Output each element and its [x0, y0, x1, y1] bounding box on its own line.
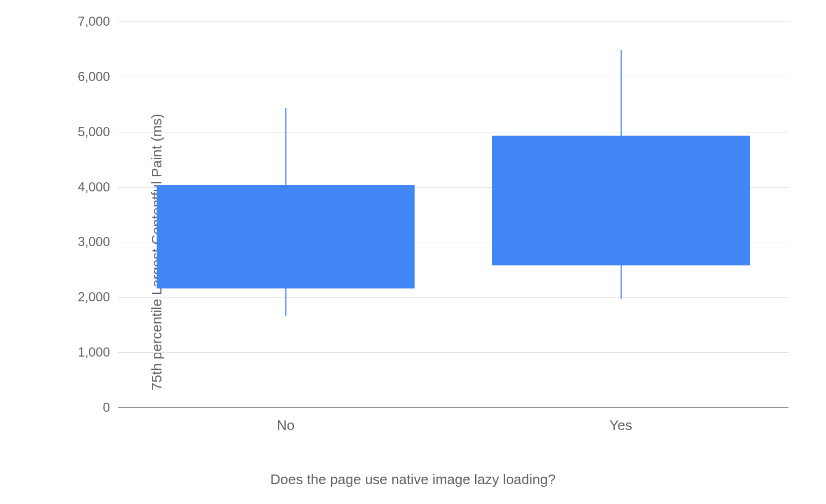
grid-line — [118, 77, 788, 77]
whisker-upper — [285, 108, 286, 185]
grid-line — [118, 352, 788, 353]
y-tick-label: 3,000 — [78, 234, 110, 249]
x-axis-label: Does the page use native image lazy load… — [270, 471, 556, 488]
y-tick-label: 6,000 — [78, 69, 110, 84]
grid-line — [118, 132, 788, 132]
y-tick-label: 1,000 — [78, 345, 110, 360]
whisker-lower — [621, 265, 622, 299]
box — [492, 136, 750, 265]
y-tick-label: 7,000 — [78, 14, 110, 29]
whisker-upper — [621, 50, 622, 135]
grid-line — [118, 21, 788, 22]
plot-area: 01,0002,0003,0004,0005,0006,0007,000NoYe… — [118, 21, 788, 407]
x-tick-label: No — [277, 417, 294, 434]
y-tick-label: 0 — [103, 400, 110, 415]
y-tick-label: 2,000 — [78, 290, 110, 305]
x-tick-label: Yes — [609, 417, 632, 434]
y-tick-label: 5,000 — [78, 124, 110, 139]
whisker-lower — [285, 288, 286, 316]
box — [157, 185, 415, 288]
chart-container: 75th percentile Largest Contentful Paint… — [27, 16, 799, 488]
grid-line — [118, 297, 788, 298]
x-axis-line — [118, 407, 788, 408]
y-tick-label: 4,000 — [78, 180, 110, 195]
